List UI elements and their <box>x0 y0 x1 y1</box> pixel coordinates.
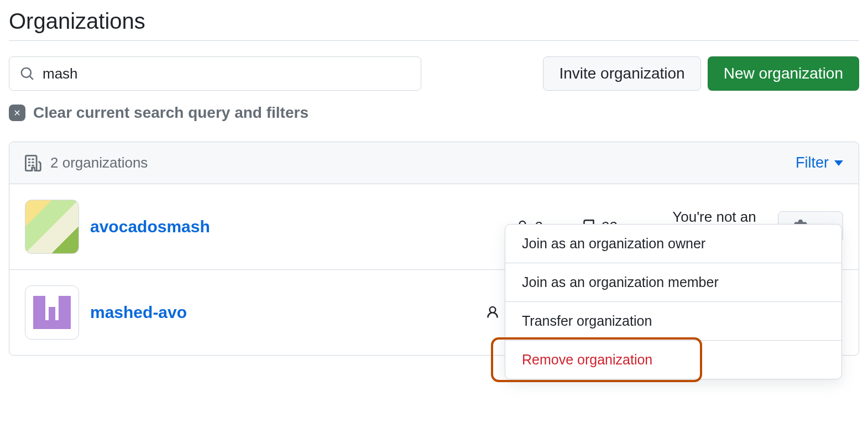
organization-icon <box>25 155 41 171</box>
menu-remove-org[interactable]: Remove organization <box>505 341 841 379</box>
menu-transfer-org[interactable]: Transfer organization <box>505 302 841 341</box>
settings-dropdown: Join as an organization owner Join as an… <box>505 224 842 379</box>
top-row: Invite organization New organization <box>9 56 859 91</box>
filter-button[interactable]: Filter <box>796 154 843 171</box>
top-actions: Invite organization New organization <box>543 56 859 91</box>
person-icon <box>485 305 500 320</box>
new-organization-button[interactable]: New organization <box>708 56 859 91</box>
close-icon <box>9 105 25 121</box>
search-input[interactable] <box>9 56 421 91</box>
org-link-avocadosmash[interactable]: avocadosmash <box>90 217 210 236</box>
avatar[interactable] <box>25 285 79 340</box>
table-header: 2 organizations Filter <box>9 142 859 184</box>
table-row: avocadosmash 2 22 You're not an organiza… <box>9 184 859 270</box>
org-link-mashed-avo[interactable]: mashed-avo <box>90 303 187 322</box>
search-icon <box>20 66 34 81</box>
menu-join-member[interactable]: Join as an organization member <box>505 263 841 302</box>
filter-label: Filter <box>796 154 829 171</box>
search-wrap <box>9 56 421 91</box>
header-divider <box>9 40 859 41</box>
org-count-label: 2 organizations <box>50 154 148 171</box>
avatar[interactable] <box>25 200 79 254</box>
clear-search-row[interactable]: Clear current search query and filters <box>9 104 859 122</box>
menu-remove-org-label: Remove organization <box>522 352 652 367</box>
caret-down-icon <box>834 160 843 166</box>
invite-organization-button[interactable]: Invite organization <box>543 56 700 91</box>
page-title: Organizations <box>9 9 859 34</box>
organizations-table: 2 organizations Filter avocadosmash 2 22… <box>9 142 859 356</box>
clear-search-label: Clear current search query and filters <box>33 104 308 122</box>
menu-join-owner[interactable]: Join as an organization owner <box>505 225 841 263</box>
